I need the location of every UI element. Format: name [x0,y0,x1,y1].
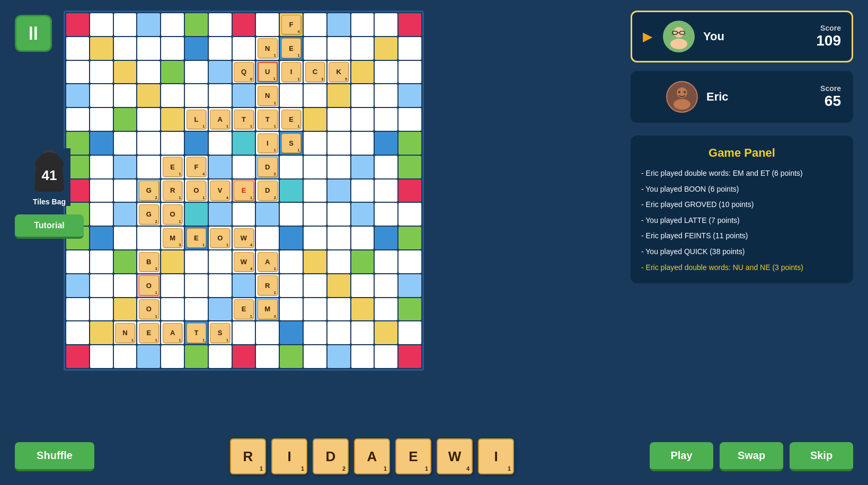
board-cell-8-5[interactable] [185,203,208,226]
board-cell-4-10[interactable] [304,108,326,131]
board-cell-12-10[interactable] [304,298,326,321]
board-cell-3-0[interactable] [66,84,89,107]
board-cell-14-3[interactable] [137,345,160,368]
board-cell-3-14[interactable] [398,84,421,107]
board-cell-4-1[interactable] [90,108,113,131]
board-cell-0-0[interactable] [66,13,89,36]
board-cell-9-9[interactable] [280,227,303,249]
board-cell-1-7[interactable] [233,37,255,60]
board-cell-7-2[interactable] [114,179,137,202]
board-cell-5-5[interactable] [185,132,208,155]
board-cell-1-12[interactable] [351,37,374,60]
board-cell-14-10[interactable] [304,345,326,368]
board-cell-7-14[interactable] [398,179,421,202]
board-cell-9-8[interactable] [256,227,279,249]
board-cell-0-8[interactable] [256,13,279,36]
board-cell-1-1[interactable] [90,37,113,60]
hand-tile-3[interactable]: A1 [354,438,390,474]
board-cell-9-1[interactable] [90,227,113,249]
board-cell-11-5[interactable] [185,274,208,297]
hand-tile-2[interactable]: D2 [313,438,349,474]
board-cell-0-2[interactable] [114,13,137,36]
board-cell-13-0[interactable] [66,321,89,344]
board-cell-11-6[interactable] [209,274,232,297]
board-cell-4-12[interactable] [351,108,374,131]
pause-button[interactable] [15,15,52,52]
board-cell-7-12[interactable] [351,179,374,202]
board-cell-12-1[interactable] [90,298,113,321]
board-cell-10-0[interactable] [66,250,89,273]
board-cell-1-11[interactable] [327,37,350,60]
board-cell-5-7[interactable] [233,132,255,155]
board-cell-14-6[interactable] [209,345,232,368]
board-cell-12-2[interactable] [114,298,137,321]
board-cell-5-12[interactable] [351,132,374,155]
board-cell-7-1[interactable] [90,179,113,202]
board-cell-0-6[interactable] [209,13,232,36]
board-cell-0-4[interactable] [161,13,184,36]
board-cell-9-10[interactable] [304,227,326,249]
board-cell-6-12[interactable] [351,156,374,178]
board-cell-7-11[interactable] [327,179,350,202]
board-cell-14-9[interactable] [280,345,303,368]
board-cell-4-0[interactable] [66,108,89,131]
board-cell-5-14[interactable] [398,132,421,155]
board-cell-2-4[interactable] [161,61,184,84]
board-cell-11-4[interactable] [161,274,184,297]
board-cell-10-2[interactable] [114,250,137,273]
board-cell-2-3[interactable] [137,61,160,84]
hand-tile-1[interactable]: I1 [271,438,307,474]
board-cell-0-3[interactable] [137,13,160,36]
board-cell-13-1[interactable] [90,321,113,344]
board-cell-8-14[interactable] [398,203,421,226]
board-cell-11-10[interactable] [304,274,326,297]
board-cell-13-11[interactable] [327,321,350,344]
board-cell-2-1[interactable] [90,61,113,84]
board-cell-6-6[interactable] [209,156,232,178]
board-cell-7-10[interactable] [304,179,326,202]
board-cell-8-8[interactable] [256,203,279,226]
board-cell-5-2[interactable] [114,132,137,155]
board-cell-0-13[interactable] [375,13,397,36]
board-cell-8-6[interactable] [209,203,232,226]
board-cell-1-6[interactable] [209,37,232,60]
board-cell-8-12[interactable] [351,203,374,226]
board-cell-10-11[interactable] [327,250,350,273]
board-cell-14-13[interactable] [375,345,397,368]
board-cell-1-4[interactable] [161,37,184,60]
board-cell-14-0[interactable] [66,345,89,368]
board-cell-7-13[interactable] [375,179,397,202]
board-cell-10-5[interactable] [185,250,208,273]
board-cell-12-5[interactable] [185,298,208,321]
board-cell-6-10[interactable] [304,156,326,178]
board-cell-8-1[interactable] [90,203,113,226]
board-cell-1-2[interactable] [114,37,137,60]
board-cell-4-2[interactable] [114,108,137,131]
board-cell-11-11[interactable] [327,274,350,297]
board-cell-5-6[interactable] [209,132,232,155]
hand-tile-4[interactable]: E1 [395,438,431,474]
board-cell-8-2[interactable] [114,203,137,226]
board-cell-1-0[interactable] [66,37,89,60]
board-cell-5-11[interactable] [327,132,350,155]
board-cell-6-13[interactable] [375,156,397,178]
board-cell-1-5[interactable] [185,37,208,60]
board-cell-3-12[interactable] [351,84,374,107]
board-cell-12-4[interactable] [161,298,184,321]
board-cell-4-13[interactable] [375,108,397,131]
board-cell-13-14[interactable] [398,321,421,344]
board-cell-3-1[interactable] [90,84,113,107]
board-cell-5-1[interactable] [90,132,113,155]
board-cell-8-7[interactable] [233,203,255,226]
board-cell-0-11[interactable] [327,13,350,36]
board-cell-6-7[interactable] [233,156,255,178]
board-cell-10-12[interactable] [351,250,374,273]
board-cell-7-9[interactable] [280,179,303,202]
hand-tile-5[interactable]: W4 [437,438,473,474]
board-cell-9-11[interactable] [327,227,350,249]
board-cell-4-14[interactable] [398,108,421,131]
board-cell-14-11[interactable] [327,345,350,368]
board-cell-4-3[interactable] [137,108,160,131]
shuffle-button[interactable]: Shuffle [15,442,94,471]
board-cell-9-2[interactable] [114,227,137,249]
